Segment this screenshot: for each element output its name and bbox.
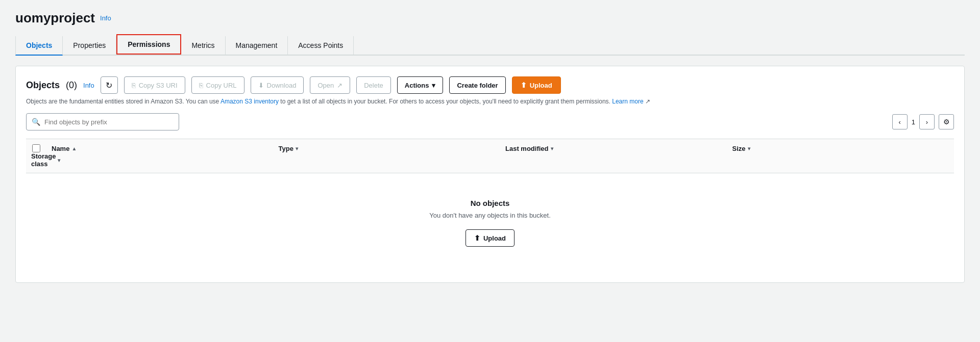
table-settings-button[interactable]: ⚙: [939, 114, 954, 129]
tab-properties[interactable]: Properties: [63, 36, 116, 55]
objects-count: (0): [66, 80, 77, 91]
name-sort-asc-icon: ▲: [71, 146, 77, 151]
objects-panel: Objects (0) Info ↻ ⎘ Copy S3 URI ⎘ Copy …: [15, 66, 965, 283]
copy-url-icon: ⎘: [199, 82, 203, 89]
page-wrapper: uomyproject Info Objects Properties Perm…: [0, 0, 980, 293]
objects-info-link[interactable]: Info: [83, 82, 94, 89]
modified-sort-icon: ▾: [551, 146, 553, 151]
copy-url-button[interactable]: ⎘ Copy URL: [191, 76, 244, 94]
type-sort-icon: ▾: [296, 146, 298, 151]
gear-icon: ⚙: [943, 118, 950, 126]
storage-sort-icon: ▾: [58, 157, 60, 163]
s3-inventory-link[interactable]: Amazon S3 inventory: [220, 98, 279, 105]
empty-description: You don't have any objects in this bucke…: [429, 212, 551, 219]
open-external-icon: ↗: [337, 82, 342, 89]
pagination-prev-button[interactable]: ‹: [892, 114, 908, 129]
actions-chevron-icon: ▾: [432, 82, 435, 89]
select-all-cell: [26, 144, 46, 152]
bucket-info-link[interactable]: Info: [100, 14, 111, 22]
panel-header: Objects (0) Info ↻ ⎘ Copy S3 URI ⎘ Copy …: [26, 76, 954, 94]
search-input[interactable]: [44, 118, 174, 126]
download-button[interactable]: ⬇ Download: [251, 76, 304, 94]
empty-title: No objects: [471, 199, 510, 207]
open-button[interactable]: Open ↗: [310, 76, 350, 94]
pagination-next-button[interactable]: ›: [919, 114, 935, 129]
tab-management[interactable]: Management: [226, 36, 288, 55]
pagination-page: 1: [912, 118, 915, 126]
select-all-checkbox[interactable]: [32, 144, 40, 152]
search-row: 🔍 ‹ 1 › ⚙: [26, 113, 954, 130]
objects-description: Objects are the fundamental entities sto…: [26, 97, 954, 106]
upload-button[interactable]: ⬆ Upload: [512, 76, 561, 94]
refresh-icon: ↻: [106, 81, 112, 90]
tab-metrics[interactable]: Metrics: [181, 36, 225, 55]
size-sort-icon: ▾: [748, 146, 750, 151]
th-last-modified: Last modified ▾: [500, 144, 727, 152]
create-folder-button[interactable]: Create folder: [449, 76, 505, 94]
bucket-name: uomyproject: [15, 10, 95, 26]
upload-icon: ⬆: [521, 81, 527, 89]
th-type: Type ▾: [274, 144, 501, 152]
panel-title: Objects: [26, 80, 60, 91]
tab-permissions[interactable]: Permissions: [116, 34, 181, 55]
delete-button[interactable]: Delete: [356, 76, 391, 94]
search-icon: 🔍: [32, 118, 40, 126]
copy-s3-uri-icon: ⎘: [132, 82, 136, 89]
tab-access-points[interactable]: Access Points: [288, 36, 354, 55]
external-link-icon: ↗: [645, 98, 650, 105]
copy-s3-uri-button[interactable]: ⎘ Copy S3 URI: [124, 76, 185, 94]
th-size: Size ▾: [727, 144, 954, 152]
download-icon: ⬇: [258, 82, 264, 89]
bucket-title-row: uomyproject Info: [15, 10, 965, 26]
empty-upload-icon: ⬆: [474, 234, 480, 242]
empty-state: No objects You don't have any objects in…: [26, 173, 954, 272]
th-storage-class: Storage class ▾: [26, 152, 46, 168]
refresh-button[interactable]: ↻: [101, 76, 118, 94]
pagination-row: ‹ 1 › ⚙: [892, 114, 954, 129]
th-name: Name ▲: [46, 144, 274, 152]
tabs-bar: Objects Properties Permissions Metrics M…: [15, 34, 965, 56]
learn-more-link[interactable]: Learn more: [612, 98, 643, 105]
actions-button[interactable]: Actions ▾: [397, 76, 444, 94]
tab-objects[interactable]: Objects: [15, 36, 63, 56]
table-header: Name ▲ Type ▾ Last modified ▾ Size ▾ Sto…: [26, 139, 954, 173]
empty-upload-button[interactable]: ⬆ Upload: [465, 229, 514, 247]
search-box: 🔍: [26, 113, 179, 130]
